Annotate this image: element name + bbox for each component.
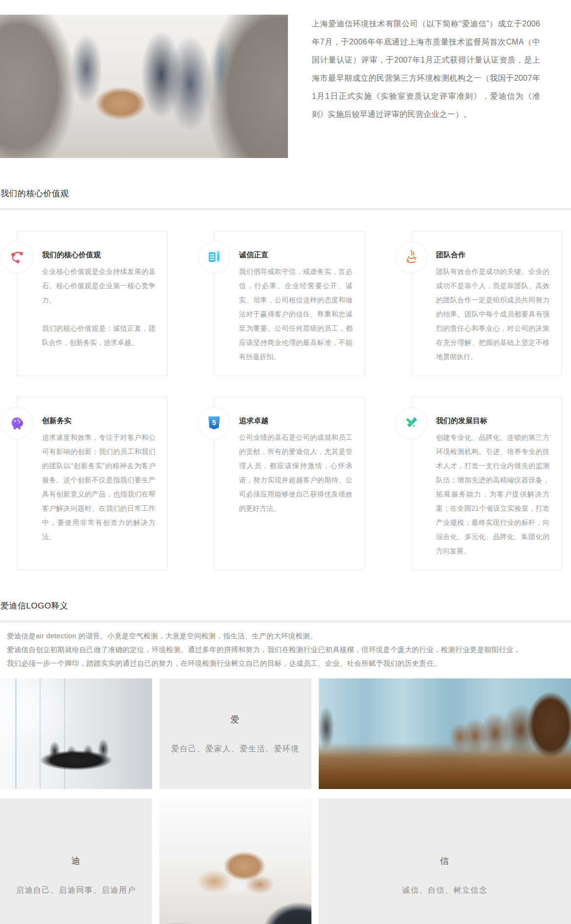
value-card-core-values: 我们的核心价值观 企业核心价值观是企业持续发展的基石。核心价值观是企业第一核心竞… <box>17 231 168 376</box>
logo-meaning-line: 我们必须一步一个脚印，踏踏实实的通过自己的努力，在环境检测行业树立自己的目标，达… <box>7 656 571 670</box>
icon-circle <box>395 241 427 273</box>
svg-text:5: 5 <box>212 419 216 427</box>
value-card-teamwork: 团队合作 团队有效合作是成功的关键。企业的成功不是靠个人，而是靠团队。高效的团队… <box>411 231 562 376</box>
business-hands-photo <box>159 798 311 924</box>
logo-meaning-section-title: 爱迪信LOGO释义 <box>0 600 571 611</box>
logo-meaning-line: 爱迪信自创立初期就给自己做了准确的定位，环境检测。通过多年的拼搏和努力，我们在检… <box>7 643 571 656</box>
core-values-section: 我们的核心价值观 企业核心价值观是企业持续发展的基石。核心价值观是企业第一核心竞… <box>0 210 571 570</box>
brand-char: 爱 <box>231 714 241 725</box>
brand-caption: 诚信、自信、树立信念 <box>402 885 488 896</box>
elephant-icon <box>9 415 25 431</box>
card-text: 创建专业化、品牌化、连锁的第三方环境检测机构。引进、培养专业的技术人才，打造一支… <box>436 430 549 558</box>
page-container: 上海爱迪信环境技术有限公司（以下简称“爱迪信”）成立于2006年7月，于2006… <box>0 0 571 924</box>
card-text: 我们的核心价值观是：诚信正直，团队合作，创新务实，追求卓越。 <box>42 321 155 350</box>
value-card-integrity: 诚信正直 我们倡导戒欺守信，戒虚务实，言必信，行必果。企业经营要公开、诚实、坦率… <box>214 231 365 376</box>
handshake-photo <box>0 15 288 158</box>
brand-char: 信 <box>440 855 450 867</box>
value-card-goals: 我们的发展目标 创建专业化、品牌化、连锁的第三方环境检测机构。引进、培养专业的技… <box>411 397 562 570</box>
about-page: { "intro": { "paragraph": "上海爱迪信环境技术有限公司… <box>0 0 571 924</box>
notebook-pencil-icon <box>206 249 222 266</box>
brand-cell-di: 迪 启迪自己、启迪同事、启迪用户 <box>0 798 152 924</box>
logo-meaning-section: 爱迪信是air detection 的谐音。小意是空气检测，大意是空间检测，指生… <box>0 623 571 670</box>
brand-caption: 爱自己、爱家人、爱生活、爱环境 <box>171 744 300 754</box>
java-coffee-icon <box>403 249 419 266</box>
logo-meaning-line: 爱迪信是air detection 的谐音。小意是空气检测，大意是空间检测，指生… <box>7 629 571 643</box>
brand-cell-xin: 信 诚信、自信、树立信念 <box>319 798 571 924</box>
company-intro-text: 上海爱迪信环境技术有限公司（以下简称“爱迪信”）成立于2006年7月，于2006… <box>312 15 540 158</box>
html5-shield-icon: 5 <box>206 415 222 431</box>
value-card-excellence: 5 追求卓越 公司业绩的基石是公司的成就和员工的贡献，所有的爱迪信人，尤其是管理… <box>214 397 365 570</box>
value-card-innovation: 创新务实 追求速度和效率，专注于对客户和公司有影响的创新；我们的员工和我们的团队… <box>17 397 168 570</box>
company-intro-section: 上海爱迪信环境技术有限公司（以下简称“爱迪信”）成立于2006年7月，于2006… <box>0 0 571 158</box>
brand-cell-ai: 爱 爱自己、爱家人、爱生活、爱环境 <box>159 678 311 789</box>
card-title: 追求卓越 <box>239 416 352 426</box>
brand-values-grid: 爱 爱自己、爱家人、爱生活、爱环境 迪 启迪自己、启迪同事、启迪用户 信 诚信、… <box>0 678 571 924</box>
icon-circle <box>395 407 427 439</box>
icon-circle <box>1 407 33 439</box>
card-text: 追求速度和效率，专注于对客户和公司有影响的创新；我们的员工和我们的团队以“创新务… <box>42 430 155 544</box>
ruler-pencil-icon <box>403 415 419 431</box>
card-text: 团队有效合作是成功的关键。企业的成功不是靠个人，而是靠团队。高效的团队合作一定是… <box>436 265 549 364</box>
card-title: 团队合作 <box>436 250 549 260</box>
icon-circle: 5 <box>198 407 230 439</box>
share-icon <box>9 249 25 266</box>
meeting-room-photo <box>0 678 152 789</box>
icon-circle <box>1 241 33 273</box>
card-title: 诚信正直 <box>239 250 352 260</box>
card-title: 我们的发展目标 <box>436 416 549 426</box>
card-text: 公司业绩的基石是公司的成就和员工的贡献，所有的爱迪信人，尤其是管理人员，都应该保… <box>239 430 352 516</box>
card-title: 我们的核心价值观 <box>42 250 155 260</box>
card-text: 企业核心价值观是企业持续发展的基石。核心价值观是企业第一核心竞争力。 <box>42 265 155 307</box>
conference-room-photo <box>319 678 571 789</box>
brand-caption: 启迪自己、启迪同事、启迪用户 <box>16 885 136 896</box>
core-values-section-title: 我们的核心价值观 <box>0 188 571 199</box>
value-cards-grid: 我们的核心价值观 企业核心价值观是企业持续发展的基石。核心价值观是企业第一核心竞… <box>17 231 571 570</box>
icon-circle <box>198 241 230 273</box>
card-text: 我们倡导戒欺守信，戒虚务实，言必信，行必果。企业经营要公开、诚实、坦率，公司相信… <box>239 265 352 364</box>
brand-char: 迪 <box>71 855 81 867</box>
card-title: 创新务实 <box>42 416 155 426</box>
